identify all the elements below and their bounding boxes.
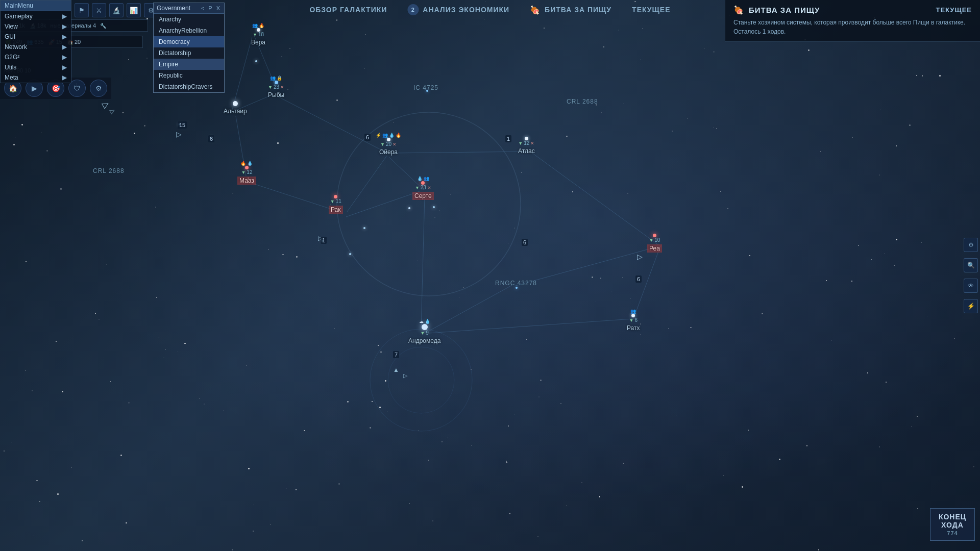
icon-science[interactable]: 🔬 bbox=[109, 3, 124, 17]
menu-g2g-arrow: ▶ bbox=[62, 54, 67, 61]
gov-item-dictatorship[interactable]: Dictatorship bbox=[154, 47, 224, 59]
ryby-stat: ▼23 ✕ bbox=[268, 84, 284, 90]
right-edge-icons: ⚙ 🔍 👁 ⚡ bbox=[964, 238, 978, 313]
star-ryby[interactable]: 👥🔒 ▼23 ✕ Рыбы bbox=[268, 76, 284, 98]
icon-chart[interactable]: 📊 bbox=[127, 3, 141, 17]
badge-1a: 1 bbox=[321, 237, 327, 244]
menu-gameplay-arrow: ▶ bbox=[62, 13, 67, 20]
menu-meta[interactable]: Meta ▶ bbox=[1, 72, 71, 83]
menu-g2g[interactable]: G2G² ▶ bbox=[1, 52, 71, 62]
star-rea[interactable]: ▼10 Реа bbox=[647, 234, 662, 253]
star-andromeda[interactable]: ☁💧 ▼9 Андромеда bbox=[408, 319, 440, 344]
vera-stat: ▼18 bbox=[253, 32, 264, 37]
gov-item-empire[interactable]: Empire bbox=[154, 59, 224, 70]
gov-item-dictatorshipcravers[interactable]: DictatorshipCravers bbox=[154, 81, 224, 92]
gov-item-republic[interactable]: Republic bbox=[154, 70, 224, 81]
icon-flag[interactable]: ⚑ bbox=[75, 3, 89, 17]
ratx-dot bbox=[631, 314, 635, 317]
serte-icons: 💧👥 bbox=[417, 176, 429, 181]
oyera-stat: ▼20 ✕ bbox=[380, 141, 397, 147]
fleet-5[interactable] bbox=[349, 253, 351, 255]
altair-dot bbox=[233, 101, 238, 106]
nav-battle-icon: 🍖 bbox=[530, 5, 541, 15]
ship-3[interactable]: ▷ bbox=[176, 130, 182, 138]
rak-dot bbox=[334, 195, 337, 198]
nav-battle[interactable]: 🍖 БИТВА ЗА ПИЩУ bbox=[530, 5, 611, 15]
menu-utils[interactable]: Utils ▶ bbox=[1, 62, 71, 72]
menu-gui-label: GUI bbox=[5, 33, 15, 40]
star-ratx[interactable]: 👥 ▼6 Ратх bbox=[627, 309, 640, 332]
gov-btn-close[interactable]: X bbox=[215, 5, 221, 11]
andromeda-icons: ☁💧 bbox=[419, 319, 430, 324]
menu-g2g-label: G2G² bbox=[5, 54, 19, 61]
serte-label: Серте bbox=[412, 192, 434, 200]
gov-item-anarchyrebellion[interactable]: AnarchyRebellion bbox=[154, 25, 224, 36]
gov-btn-prev[interactable]: < bbox=[200, 5, 205, 11]
nav-current[interactable]: ТЕКУЩЕЕ bbox=[632, 6, 670, 14]
menu-gameplay-label: Gameplay bbox=[5, 13, 33, 20]
ship-7[interactable]: ▷ bbox=[403, 372, 407, 379]
svg-point-16 bbox=[370, 329, 472, 431]
ryby-dot bbox=[275, 81, 278, 84]
main-menu-title: MainMenu bbox=[1, 1, 71, 11]
menu-gui[interactable]: GUI ▶ bbox=[1, 32, 71, 42]
fleet-6[interactable] bbox=[408, 207, 410, 209]
icon-sword[interactable]: ⚔ bbox=[92, 3, 106, 17]
gov-dropdown: Government < P X Anarchy AnarchyRebellio… bbox=[153, 3, 225, 93]
star-rak[interactable]: ▼11 Рак bbox=[329, 195, 343, 214]
star-connections bbox=[0, 0, 980, 551]
gov-item-democracy[interactable]: Democracy bbox=[154, 36, 224, 47]
nav-galaxy-overview[interactable]: ОБЗОР ГАЛАКТИКИ bbox=[309, 6, 387, 14]
gov-item-anarchy[interactable]: Anarchy bbox=[154, 14, 224, 25]
fleet-8[interactable] bbox=[255, 60, 257, 62]
rea-stat: ▼10 bbox=[649, 237, 660, 243]
star-atlas[interactable]: ▼12 ✕ Атлас bbox=[518, 137, 535, 155]
rea-label: Реа bbox=[647, 244, 662, 253]
action-icon-settings[interactable]: ⚙ bbox=[90, 80, 107, 97]
crl2688-left-label: CRL 2688 bbox=[93, 167, 125, 174]
andromeda-stat: ▼9 bbox=[420, 330, 428, 336]
menu-view[interactable]: View ▶ bbox=[1, 21, 71, 32]
svg-line-7 bbox=[393, 152, 527, 153]
nav-economy[interactable]: 2 АНАЛИЗ ЭКОНОМИКИ bbox=[407, 4, 509, 15]
ryby-label: Рыбы bbox=[268, 91, 284, 98]
maaz-label: Мааз bbox=[237, 177, 256, 185]
gov-header-btns: < P X bbox=[200, 5, 221, 11]
end-turn-button[interactable]: КОНЕЦ ХОДА 774 bbox=[930, 508, 975, 541]
edge-icon-4[interactable]: ⚡ bbox=[964, 299, 978, 313]
nav-battle-label: БИТВА ЗА ПИЩУ bbox=[545, 6, 611, 14]
badge-7: 7 bbox=[393, 351, 399, 358]
star-altair[interactable]: Альтаир bbox=[224, 101, 247, 115]
ship-6[interactable]: ▲ bbox=[393, 366, 399, 373]
fleet-7[interactable] bbox=[433, 206, 435, 208]
star-serte[interactable]: 💧👥 ▼23 ✕ Серте bbox=[412, 176, 434, 200]
serte-dot bbox=[421, 181, 425, 185]
rngc43278-dot bbox=[516, 287, 518, 289]
gov-title: Government bbox=[157, 5, 190, 12]
svg-line-12 bbox=[531, 152, 658, 245]
star-oyera[interactable]: ⚡👥💧🔥 ▼20 ✕ Ойера bbox=[376, 133, 401, 156]
maaz-dot bbox=[245, 166, 249, 169]
gov-header: Government < P X bbox=[154, 3, 224, 14]
vera-label: Вера bbox=[251, 39, 265, 46]
edge-icon-3[interactable]: 👁 bbox=[964, 279, 978, 293]
menu-network-arrow: ▶ bbox=[62, 43, 67, 51]
menu-gameplay[interactable]: Gameplay ▶ bbox=[1, 11, 71, 21]
maaz-icons: 🔥💧 bbox=[240, 161, 253, 166]
serte-stat: ▼23 ✕ bbox=[415, 185, 431, 190]
svg-line-8 bbox=[421, 196, 425, 329]
atlas-dot bbox=[525, 137, 528, 140]
gov-btn-pin[interactable]: P bbox=[207, 5, 213, 11]
badge-1b: 1 bbox=[505, 135, 511, 142]
ship-5[interactable]: ▷ bbox=[637, 253, 643, 261]
atlas-stat: ▼12 ✕ bbox=[518, 140, 534, 146]
edge-icon-1[interactable]: ⚙ bbox=[964, 238, 978, 252]
fleet-4[interactable] bbox=[363, 227, 365, 229]
edge-icon-2[interactable]: 🔍 bbox=[964, 258, 978, 272]
menu-view-arrow: ▶ bbox=[62, 23, 67, 30]
star-vera[interactable]: 👥🔥 ▼18 Вера bbox=[251, 23, 265, 46]
andromeda-label: Андромеда bbox=[408, 337, 440, 344]
map-layer: 👥🔥 ▼18 Вера 👥🔒 ▼23 ✕ Рыбы Альтаир 🔥💧 ▼12… bbox=[0, 0, 980, 551]
menu-network[interactable]: Network ▶ bbox=[1, 42, 71, 52]
star-maaz[interactable]: 🔥💧 ▼12 Мааз bbox=[237, 161, 256, 185]
